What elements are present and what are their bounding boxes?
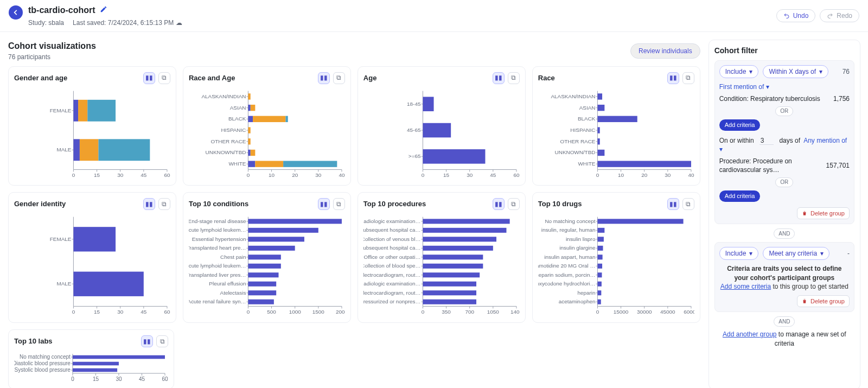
svg-text:1400: 1400	[510, 309, 520, 315]
meet-any-dropdown[interactable]: Meet any criteria ▾	[763, 247, 829, 260]
bar-chart-icon[interactable]: ▮▮	[667, 72, 679, 84]
add-criteria-button[interactable]: Add criteria	[719, 190, 761, 202]
svg-text:40: 40	[688, 172, 694, 178]
last-saved-label: Last saved: 7/24/2024, 6:15:13 PM ☁	[73, 18, 182, 27]
svg-text:1050: 1050	[487, 309, 500, 315]
card-title: Race	[538, 73, 555, 83]
svg-text:0: 0	[72, 309, 75, 315]
svg-text:HISPANIC: HISPANIC	[221, 127, 246, 133]
bar-chart-icon[interactable]: ▮▮	[493, 72, 505, 84]
days-value[interactable]: 3	[760, 137, 774, 145]
copy-icon[interactable]: ⧉	[158, 72, 170, 84]
group-count: -	[847, 249, 850, 258]
delete-group-button[interactable]: Delete group	[797, 207, 850, 219]
bar-chart-icon[interactable]: ▮▮	[141, 335, 153, 347]
within-dropdown[interactable]: Within X days of ▾	[763, 65, 828, 78]
svg-text:Radiologic examination…: Radiologic examination…	[363, 218, 420, 224]
svg-rect-54	[248, 149, 250, 155]
svg-text:45: 45	[141, 172, 147, 178]
svg-rect-45	[285, 116, 288, 122]
include-dropdown[interactable]: Include ▾	[719, 247, 759, 260]
edit-title-icon[interactable]	[100, 5, 107, 16]
copy-icon[interactable]: ⧉	[156, 335, 168, 347]
copy-icon[interactable]: ⧉	[508, 198, 520, 210]
review-individuals-button[interactable]: Review individuals	[630, 43, 700, 59]
bar-chart-icon[interactable]: ▮▮	[318, 72, 330, 84]
svg-text:OTHER RACE: OTHER RACE	[210, 138, 246, 144]
svg-rect-108	[597, 138, 599, 144]
first-mention-dropdown[interactable]: First mention of ▾	[719, 82, 850, 91]
on-or-within-label: On or within 3 days of Any mention of ▾	[719, 136, 850, 154]
svg-text:500: 500	[267, 309, 276, 315]
svg-rect-40	[251, 104, 256, 110]
svg-rect-60	[283, 161, 337, 167]
redo-button[interactable]: Redo	[820, 9, 859, 22]
svg-text:UNKNOWN/TBD: UNKNOWN/TBD	[554, 149, 595, 155]
svg-rect-279	[73, 368, 117, 372]
svg-text:1500: 1500	[312, 309, 325, 315]
bar-chart-icon[interactable]: ▮▮	[318, 198, 330, 210]
page-title: tb-cardio-cohort	[28, 4, 95, 16]
svg-text:Diastolic blood pressure: Diastolic blood pressure	[14, 360, 71, 366]
svg-rect-99	[597, 104, 604, 110]
bar-chart-icon[interactable]: ▮▮	[493, 198, 505, 210]
card-race: Race ▮▮⧉ 010203040ALASKAN/INDIANASIANBLA…	[532, 66, 700, 186]
cohort-filter-panel: Cohort filter Include ▾ Within X days of…	[709, 40, 860, 388]
svg-text:60000: 60000	[684, 309, 694, 315]
copy-icon[interactable]: ⧉	[158, 198, 170, 210]
svg-rect-20	[80, 139, 99, 161]
svg-rect-16	[87, 99, 116, 121]
svg-rect-19	[73, 139, 80, 161]
svg-rect-201	[423, 255, 483, 259]
add-some-criteria-link[interactable]: Add some criteria	[720, 283, 771, 290]
svg-text:insulin lispro: insulin lispro	[566, 236, 596, 242]
copy-icon[interactable]: ⧉	[682, 72, 694, 84]
svg-rect-81	[423, 149, 485, 164]
condition-count: 1,756	[833, 94, 850, 103]
add-another-group-link[interactable]: Add another group	[723, 330, 776, 338]
copy-icon[interactable]: ⧉	[333, 72, 345, 84]
svg-text:Electrocardiogram, rout…: Electrocardiogram, rout…	[363, 272, 420, 278]
svg-text:BLACK: BLACK	[578, 116, 596, 122]
svg-text:Acute lymphoid leukem…: Acute lymphoid leukem…	[189, 263, 246, 269]
svg-rect-204	[423, 264, 483, 269]
svg-text:45000: 45000	[660, 309, 675, 315]
card-title: Top 10 conditions	[189, 199, 248, 209]
svg-rect-174	[248, 300, 273, 304]
add-criteria-button[interactable]: Add criteria	[719, 119, 761, 131]
svg-text:30: 30	[315, 172, 322, 178]
svg-text:15: 15	[443, 172, 450, 178]
card-title: Age	[363, 73, 377, 83]
svg-rect-171	[248, 290, 276, 295]
card-top10-drugs: Top 10 drugs ▮▮⧉ 015000300004500060000No…	[532, 192, 700, 323]
copy-icon[interactable]: ⧉	[508, 72, 520, 84]
bar-chart-icon[interactable]: ▮▮	[667, 198, 679, 210]
bar-chart-icon[interactable]: ▮▮	[143, 72, 155, 84]
svg-rect-156	[248, 246, 295, 251]
svg-rect-132	[73, 272, 143, 296]
svg-text:60: 60	[164, 172, 170, 178]
svg-text:15: 15	[94, 172, 100, 178]
svg-text:No matching concept: No matching concept	[20, 354, 71, 360]
copy-icon[interactable]: ⧉	[333, 198, 345, 210]
svg-text:2000: 2000	[336, 309, 345, 315]
svg-rect-216	[423, 300, 476, 304]
svg-rect-165	[248, 272, 278, 277]
svg-text:45: 45	[490, 172, 496, 178]
include-dropdown[interactable]: Include ▾	[719, 65, 759, 78]
delete-group-button[interactable]: Delete group	[797, 295, 850, 307]
svg-text:Collection of blood spe…: Collection of blood spe…	[363, 263, 420, 269]
chart-gender-age: 015304560FEMALEMALE	[14, 87, 170, 180]
undo-button[interactable]: Undo	[776, 9, 816, 22]
svg-rect-78	[423, 123, 451, 137]
svg-text:Pleural effusion: Pleural effusion	[209, 281, 246, 287]
svg-text:40: 40	[339, 172, 344, 178]
or-separator: OR	[775, 106, 793, 116]
svg-rect-129	[73, 227, 116, 251]
svg-rect-207	[423, 272, 480, 277]
svg-text:>=65: >=65	[409, 153, 421, 159]
back-button[interactable]	[9, 5, 23, 20]
bar-chart-icon[interactable]: ▮▮	[143, 198, 155, 210]
copy-icon[interactable]: ⧉	[682, 198, 694, 210]
svg-text:700: 700	[465, 309, 474, 315]
